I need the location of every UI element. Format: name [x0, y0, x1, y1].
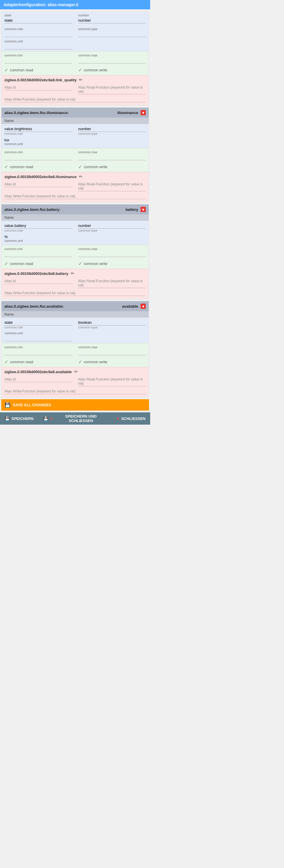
min-input-1[interactable]: [4, 154, 72, 160]
alias-read-fn-label-3: Alias Read-Function (keyword for value i…: [78, 377, 146, 386]
name-label-1: Name: [4, 119, 14, 123]
read-label-3: common read: [10, 360, 33, 364]
max-input-0[interactable]: [78, 58, 146, 63]
type-select-2[interactable]: number: [78, 223, 146, 229]
type-sublabel-2: common.type: [78, 229, 146, 232]
alias-write-fn-label-2: Alias Write-Function (keyword for value …: [4, 290, 146, 296]
card-available: alias.0.zigbee.bwm.flur.available: avail…: [1, 301, 149, 398]
card-battery: alias.0.zigbee.bwm.flur.battery: battery…: [1, 204, 149, 299]
write-check-0: ✓: [78, 67, 82, 73]
role-input-0[interactable]: [4, 31, 72, 37]
alias-id-value-1: zigbee.0.00158d0002ebc9a9.illuminance: [4, 175, 76, 179]
role-select-1[interactable]: value.brightness: [4, 126, 72, 132]
save-button[interactable]: 💾 SPEICHERN: [0, 412, 38, 425]
alias-id-value-3: zigbee.0.00158d0002ebc9a9.available: [4, 370, 72, 374]
role-sublabel-0: common.role: [4, 27, 72, 31]
max-label-1: common.max: [78, 150, 146, 154]
role-select-2[interactable]: value.battery: [4, 223, 72, 229]
read-label-1: common read: [10, 165, 33, 169]
unit-label-0: common.unit: [4, 39, 146, 43]
type-sublabel-0: common.type: [78, 27, 146, 31]
read-check-2: ✓: [4, 261, 8, 267]
edit-icon-1[interactable]: ✏: [79, 174, 83, 179]
card-title-2: alias.0.zigbee.bwm.flur.battery:: [4, 207, 61, 212]
card-type-1: illuminance: [117, 111, 138, 115]
write-label-2: common write: [84, 261, 108, 266]
max-input-3[interactable]: [78, 349, 146, 355]
save-all-bar[interactable]: 💾 SAVE ALL CHANGES: [1, 399, 149, 411]
min-input-3[interactable]: [4, 349, 72, 355]
min-label-0: common.min: [4, 54, 72, 57]
role-sublabel-1: common.role: [4, 132, 72, 135]
delete-button-2[interactable]: ■: [141, 207, 146, 212]
close-label: SCHLIESSEN: [121, 416, 145, 421]
card-illuminance: alias.0.zigbee.bwm.flur.illuminance: ill…: [1, 107, 149, 203]
x-icon-save-close: ✕: [50, 416, 53, 421]
alias-id-label-1: Alias id: [4, 182, 72, 187]
edit-icon-3[interactable]: ✏: [74, 369, 78, 374]
write-check-3: ✓: [78, 359, 82, 365]
min-input-2[interactable]: [4, 251, 72, 257]
save-all-label: SAVE ALL CHANGES: [13, 403, 51, 407]
write-label-3: common write: [84, 360, 108, 364]
type-select-1[interactable]: number: [78, 126, 146, 132]
read-label-0: common read: [10, 68, 33, 72]
min-input-0[interactable]: [4, 58, 72, 63]
name-row-3: Name: [1, 311, 149, 318]
min-label-3: common.min: [4, 345, 72, 349]
alias-id-label-2: Alias id: [4, 278, 72, 284]
read-check-3: ✓: [4, 359, 8, 365]
delete-button-3[interactable]: ■: [141, 304, 146, 309]
type-select-0[interactable]: number: [78, 18, 146, 23]
alias-row-0: zigbee.0.00158d0002ebc9a9.link_quality ✏: [1, 75, 149, 84]
max-input-2[interactable]: [78, 251, 146, 257]
role-select-0[interactable]: state: [4, 18, 72, 23]
read-label-2: common read: [10, 261, 33, 266]
unit-label-1: common.unit: [4, 142, 146, 146]
max-label-3: common.max: [78, 345, 146, 349]
app-header: Adapterkonfiguration: alias-manager.0: [0, 0, 150, 9]
delete-button-1[interactable]: ■: [141, 110, 146, 115]
card-header-1: alias.0.zigbee.bwm.flur.illuminance: ill…: [1, 107, 149, 118]
alias-read-fn-label-0: Alias Read-Function (keyword for value i…: [78, 85, 146, 94]
write-check-2: ✓: [78, 261, 82, 267]
edit-icon-2[interactable]: ✏: [71, 271, 74, 276]
role-select-3[interactable]: state: [4, 320, 72, 326]
type-label-0: number: [78, 13, 146, 17]
alias-write-fn-label-1: Alias Write-Function (keyword for value …: [4, 194, 146, 199]
save-close-button[interactable]: 💾 ✕ SPEICHERN UND SCHLIESSEN: [38, 412, 112, 425]
card-type-2: battery: [126, 207, 138, 212]
save-close-label: SPEICHERN UND SCHLIESSEN: [55, 414, 107, 423]
name-row-2: Name: [1, 214, 149, 221]
x-icon-close: ✕: [116, 416, 119, 421]
alias-id-label-0: Alias id: [4, 85, 72, 90]
unit-input-0[interactable]: [4, 43, 72, 50]
unit-input-3[interactable]: [4, 336, 72, 341]
type-sublabel-3: common.type: [78, 326, 146, 329]
unit-label-2: common.unit: [4, 239, 146, 243]
card-title-3: alias.0.zigbee.bwm.flur.available:: [4, 304, 64, 309]
write-label-1: common write: [84, 165, 108, 169]
card-state-number: state state number number common.role co…: [1, 11, 149, 105]
type-sublabel-1: common.type: [78, 132, 146, 135]
write-check-1: ✓: [78, 164, 82, 169]
edit-icon-0[interactable]: ✏: [79, 77, 83, 83]
alias-id-value-2: zigbee.0.00158d0002ebc9a9.battery: [4, 271, 68, 276]
max-label-2: common.max: [78, 247, 146, 251]
max-input-1[interactable]: [78, 154, 146, 160]
alias-id-value-0: zigbee.0.00158d0002ebc9a9.link_quality: [4, 78, 76, 82]
type-select-3[interactable]: boolean: [78, 320, 146, 326]
card-header-2: alias.0.zigbee.bwm.flur.battery: battery…: [1, 205, 149, 214]
save-label: SPEICHERN: [11, 416, 34, 421]
type-input-0[interactable]: [78, 31, 146, 37]
close-button[interactable]: ✕ SCHLIESSEN: [112, 412, 150, 425]
save-all-button[interactable]: SAVE ALL CHANGES: [13, 403, 51, 407]
role-label: state: [4, 13, 72, 17]
save-icon: 💾: [5, 402, 10, 408]
alias-read-fn-label-2: Alias Read-Function (keyword for value i…: [78, 278, 146, 288]
alias-row-3: zigbee.0.00158d0002ebc9a9.available ✏: [1, 367, 149, 375]
alias-write-fn-label-0: Alias Write-Function (keyword for value …: [4, 97, 146, 102]
unit-label-3: common.unit: [4, 331, 146, 335]
write-label-0: common write: [84, 68, 108, 72]
save-close-icon: 💾: [43, 416, 48, 421]
